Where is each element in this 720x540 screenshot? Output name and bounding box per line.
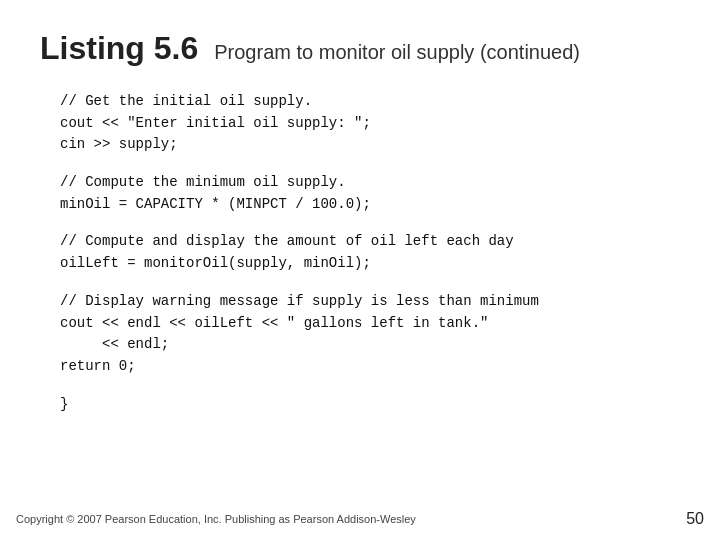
code-line: minOil = CAPACITY * (MINPCT / 100.0); — [60, 194, 680, 216]
slide-container: Listing 5.6 Program to monitor oil suppl… — [0, 0, 720, 540]
code-line: // Display warning message if supply is … — [60, 291, 680, 313]
code-line: // Compute the minimum oil supply. — [60, 172, 680, 194]
listing-title: Listing 5.6 — [40, 30, 198, 67]
code-line: cout << "Enter initial oil supply: "; — [60, 113, 680, 135]
code-line: // Compute and display the amount of oil… — [60, 231, 680, 253]
code-block: // Get the initial oil supply. cout << "… — [40, 91, 680, 415]
code-section-2: // Compute the minimum oil supply. minOi… — [60, 172, 680, 215]
code-line: oilLeft = monitorOil(supply, minOil); — [60, 253, 680, 275]
code-section-1: // Get the initial oil supply. cout << "… — [60, 91, 680, 156]
code-closing-brace: } — [60, 394, 680, 416]
footer: Copyright © 2007 Pearson Education, Inc.… — [0, 510, 720, 528]
footer-copyright: Copyright © 2007 Pearson Education, Inc.… — [16, 513, 416, 525]
code-line: cout << endl << oilLeft << " gallons lef… — [60, 313, 680, 335]
listing-subtitle: Program to monitor oil supply (continued… — [214, 41, 580, 64]
code-section-4: // Display warning message if supply is … — [60, 291, 680, 378]
code-section-3: // Compute and display the amount of oil… — [60, 231, 680, 274]
code-line: cin >> supply; — [60, 134, 680, 156]
code-line: // Get the initial oil supply. — [60, 91, 680, 113]
footer-page-number: 50 — [686, 510, 704, 528]
code-line: return 0; — [60, 356, 680, 378]
code-line: << endl; — [60, 334, 680, 356]
title-row: Listing 5.6 Program to monitor oil suppl… — [40, 30, 680, 67]
